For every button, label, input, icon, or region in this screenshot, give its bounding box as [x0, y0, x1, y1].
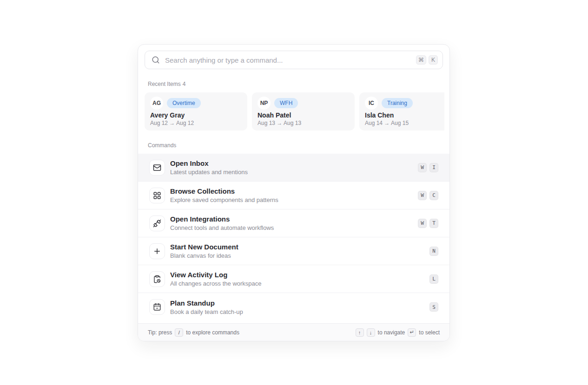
command-subtitle: Blank canvas for ideas: [170, 252, 238, 260]
grid-icon: [149, 188, 165, 203]
search-input[interactable]: [165, 56, 414, 64]
card-name: Avery Gray: [150, 111, 242, 119]
k-key-badge: K: [429, 55, 438, 65]
search-section: ⌘ K: [138, 45, 449, 69]
mail-icon: [149, 160, 165, 176]
shortcut-key: W: [418, 191, 427, 200]
command-title: Start New Document: [170, 242, 238, 251]
tag-badge: Training: [382, 98, 413, 108]
command-subtitle: Book a daily team catch-up: [170, 308, 243, 316]
command-title: Plan Standup: [170, 299, 243, 307]
tag-badge: Overtime: [167, 98, 201, 108]
command-palette: ⌘ K Recent Items4 AG Overtime Avery Gray…: [138, 44, 450, 341]
enter-key-badge: ↵: [408, 328, 416, 337]
slash-key-badge: /: [175, 328, 183, 337]
shortcut-key: I: [429, 163, 438, 172]
card-dates: Aug 14 → Aug 15: [365, 120, 444, 126]
palette-footer: Tip: press / to explore commands ↑ ↓ to …: [138, 323, 449, 341]
tag-badge: WFH: [274, 98, 298, 108]
command-start-new-document[interactable]: Start New Document Blank canvas for idea…: [138, 237, 449, 265]
command-subtitle: Explore saved components and patterns: [170, 196, 278, 204]
footer-tip: Tip: press / to explore commands: [148, 328, 239, 337]
shortcut-key: N: [429, 247, 438, 256]
command-view-activity-log[interactable]: View Activity Log All changes across the…: [138, 265, 449, 293]
arrow-up-key-badge: ↑: [356, 328, 364, 337]
command-open-integrations[interactable]: Open Integrations Connect tools and auto…: [138, 209, 449, 237]
command-subtitle: Connect tools and automate workflows: [170, 224, 274, 232]
plug-icon: [149, 215, 165, 231]
recent-items-row: AG Overtime Avery Gray Aug 12 → Aug 12 N…: [143, 92, 444, 131]
card-dates: Aug 13 → Aug 13: [258, 120, 349, 126]
footer-nav-hints: ↑ ↓ to navigate ↵ to select: [356, 328, 440, 337]
shortcut-key: C: [429, 191, 438, 200]
commands-label: Commands: [148, 142, 440, 149]
search-icon: [152, 56, 160, 64]
command-title: Browse Collections: [170, 187, 278, 196]
search-box[interactable]: ⌘ K: [145, 51, 443, 69]
card-name: Isla Chen: [365, 111, 444, 119]
plus-icon: [149, 243, 165, 259]
card-name: Noah Patel: [258, 111, 349, 119]
command-subtitle: Latest updates and mentions: [170, 168, 248, 176]
recent-card[interactable]: AG Overtime Avery Gray Aug 12 → Aug 12: [145, 92, 247, 131]
recent-card[interactable]: IC Training Isla Chen Aug 14 → Aug 15: [359, 92, 444, 131]
commands-list: Open Inbox Latest updates and mentions W…: [138, 154, 449, 321]
recent-items-count: 4: [183, 81, 186, 87]
command-browse-collections[interactable]: Browse Collections Explore saved compone…: [138, 182, 449, 209]
command-title: View Activity Log: [170, 270, 262, 279]
shortcut-key: W: [418, 163, 427, 172]
clipboard-clock-icon: [149, 271, 165, 287]
command-title: Open Inbox: [170, 159, 248, 168]
shortcut-key: T: [429, 219, 438, 228]
command-subtitle: All changes across the workspace: [170, 280, 262, 287]
command-open-inbox[interactable]: Open Inbox Latest updates and mentions W…: [138, 154, 449, 182]
command-title: Open Integrations: [170, 215, 274, 223]
avatar: AG: [150, 97, 163, 110]
calendar-icon: [149, 299, 165, 315]
arrow-down-key-badge: ↓: [367, 328, 375, 337]
command-plan-standup[interactable]: Plan Standup Book a daily team catch-up …: [138, 293, 449, 321]
recent-card[interactable]: NP WFH Noah Patel Aug 13 → Aug 13: [252, 92, 355, 131]
shortcut-key: W: [418, 219, 427, 228]
avatar: IC: [365, 97, 378, 110]
shortcut-key: L: [429, 274, 438, 284]
card-dates: Aug 12 → Aug 12: [150, 120, 242, 126]
cmd-key-badge: ⌘: [416, 55, 426, 65]
shortcut-key: S: [429, 302, 438, 312]
avatar: NP: [258, 97, 271, 110]
recent-items-label: Recent Items4: [148, 81, 440, 88]
